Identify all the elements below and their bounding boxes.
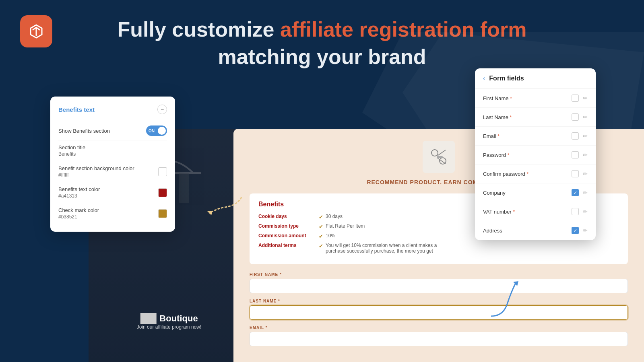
checkbox-company[interactable]: ✓ bbox=[572, 189, 579, 196]
required-star-email: * bbox=[497, 134, 500, 139]
required-star-confirm: * bbox=[526, 171, 528, 177]
edit-icon-password[interactable]: ✏ bbox=[583, 152, 588, 158]
field-row-password: Password * ✏ bbox=[475, 146, 596, 165]
edit-icon-confirm-password[interactable]: ✏ bbox=[583, 171, 588, 177]
field-controls-first: ✏ bbox=[572, 95, 588, 102]
text-color-row: Benefits text color #a41313 bbox=[58, 182, 167, 203]
field-name-email: Email * bbox=[483, 133, 500, 139]
svg-point-8 bbox=[431, 150, 438, 156]
form-logo-box bbox=[423, 141, 455, 173]
benefit-label-commission-amount: Commission amount bbox=[258, 233, 315, 239]
bg-color-swatch[interactable] bbox=[158, 167, 167, 176]
benefits-text-panel: Benefits text − Show Benefits section ON… bbox=[50, 97, 175, 232]
benefit-value-commission-type: Flat Rate Per Item bbox=[326, 223, 365, 229]
page-title: Fully customize affiliate registration f… bbox=[0, 16, 644, 70]
checkmark-color-swatch[interactable] bbox=[158, 209, 167, 218]
field-row-first-name: First Name * ✏ bbox=[475, 89, 596, 108]
checkmark-commission-type: ✔ bbox=[319, 224, 323, 230]
benefit-row-additional-terms: Additional terms ✔ You will get 10% comm… bbox=[258, 243, 619, 254]
last-name-input[interactable] bbox=[250, 305, 628, 320]
panel-header: Benefits text − bbox=[58, 105, 167, 114]
checkmark-color-value: #b38521 bbox=[58, 214, 99, 220]
toggle-thumb bbox=[158, 127, 166, 135]
field-controls-password: ✏ bbox=[572, 151, 588, 158]
edit-icon-last-name[interactable]: ✏ bbox=[583, 114, 588, 120]
checkbox-address[interactable]: ✓ bbox=[572, 227, 579, 234]
field-name-address: Address bbox=[483, 228, 502, 234]
show-benefits-row: Show Benefits section ON bbox=[58, 121, 167, 140]
curved-arrow-decoration bbox=[487, 280, 519, 322]
svg-marker-7 bbox=[207, 211, 213, 215]
bg-color-label: Benefit section background color bbox=[58, 165, 134, 171]
back-button[interactable]: ‹ bbox=[483, 75, 485, 82]
text-color-swatch[interactable] bbox=[158, 188, 167, 197]
svg-rect-6 bbox=[179, 173, 189, 203]
page-header: Fully customize affiliate registration f… bbox=[0, 0, 644, 70]
form-fields-panel: ‹ Form fields First Name * ✏ Last Name *… bbox=[475, 68, 596, 240]
benefit-label-additional-terms: Additional terms bbox=[258, 243, 315, 248]
field-row-last-name: Last Name * ✏ bbox=[475, 108, 596, 127]
field-name-last: Last Name * bbox=[483, 114, 512, 120]
boutique-label: Boutique Join our affiliate program now! bbox=[137, 313, 202, 330]
edit-icon-company[interactable]: ✏ bbox=[583, 189, 588, 196]
show-benefits-toggle[interactable]: ON bbox=[146, 125, 167, 136]
bg-color-value: #ffffff bbox=[58, 172, 134, 178]
required-star: * bbox=[510, 96, 512, 101]
boutique-name: Boutique bbox=[159, 313, 198, 324]
field-controls-address: ✓ ✏ bbox=[572, 227, 588, 234]
edit-icon-address[interactable]: ✏ bbox=[583, 227, 588, 234]
required-star-last: * bbox=[510, 115, 512, 120]
benefit-label-cookie: Cookie days bbox=[258, 214, 315, 219]
curved-arrow-svg bbox=[487, 280, 519, 320]
field-row-vat: VAT number * ✏ bbox=[475, 202, 596, 221]
first-name-label: FIRST NAME * bbox=[250, 272, 628, 277]
svg-rect-12 bbox=[437, 156, 443, 158]
bg-color-row: Benefit section background color #ffffff bbox=[58, 161, 167, 182]
checkbox-vat[interactable] bbox=[572, 208, 579, 215]
required-star-vat: * bbox=[513, 209, 515, 215]
field-name-vat: VAT number * bbox=[483, 209, 515, 215]
field-controls-last: ✏ bbox=[572, 113, 588, 121]
field-controls-company: ✓ ✏ bbox=[572, 189, 588, 196]
arrow-decoration bbox=[205, 193, 246, 219]
first-name-input[interactable] bbox=[250, 279, 628, 293]
scissors-icon bbox=[429, 147, 449, 167]
first-name-field-group: FIRST NAME * bbox=[250, 272, 628, 293]
section-title-value: Benefits bbox=[58, 151, 85, 157]
edit-icon-email[interactable]: ✏ bbox=[583, 133, 588, 139]
checkmark-additional-terms: ✔ bbox=[319, 243, 323, 249]
text-color-label: Benefits text color bbox=[58, 186, 100, 192]
checkbox-first-name[interactable] bbox=[572, 95, 579, 102]
checkmark-color-row: Check mark color #b38521 bbox=[58, 203, 167, 224]
minimize-button[interactable]: − bbox=[157, 105, 167, 114]
field-controls-vat: ✏ bbox=[572, 208, 588, 215]
checkbox-password[interactable] bbox=[572, 151, 579, 158]
svg-line-11 bbox=[438, 158, 446, 164]
section-title-label: Section title bbox=[58, 144, 85, 150]
boutique-subtitle: Join our affiliate program now! bbox=[137, 324, 202, 330]
checkbox-confirm-password[interactable] bbox=[572, 170, 579, 177]
arrow-svg bbox=[205, 193, 246, 217]
toggle-on-label: ON bbox=[149, 129, 155, 133]
last-name-field-group: LAST NAME * bbox=[250, 299, 628, 320]
benefit-value-additional-terms: You will get 10% commission when a clien… bbox=[326, 243, 446, 254]
checkbox-email[interactable] bbox=[572, 132, 579, 140]
email-field-group: EMAIL * bbox=[250, 325, 628, 346]
field-name-password: Password * bbox=[483, 152, 509, 158]
form-fields-title: Form fields bbox=[489, 75, 524, 82]
panel-title: Benefits text bbox=[58, 106, 95, 113]
email-input[interactable] bbox=[250, 332, 628, 346]
field-row-company: Company ✓ ✏ bbox=[475, 183, 596, 202]
checkmark-color-label: Check mark color bbox=[58, 207, 99, 213]
section-title-row: Section title Benefits bbox=[58, 140, 167, 161]
benefit-value-commission-amount: 10% bbox=[326, 233, 335, 239]
edit-icon-vat[interactable]: ✏ bbox=[583, 208, 588, 215]
edit-icon-first-name[interactable]: ✏ bbox=[583, 95, 588, 101]
text-color-value: #a41313 bbox=[58, 193, 100, 199]
last-name-label: LAST NAME * bbox=[250, 299, 628, 303]
benefit-value-cookie: 30 days bbox=[326, 214, 343, 219]
field-row-email: Email * ✏ bbox=[475, 127, 596, 146]
checkbox-last-name[interactable] bbox=[572, 113, 579, 121]
field-name-company: Company bbox=[483, 190, 506, 196]
field-row-address: Address ✓ ✏ bbox=[475, 221, 596, 240]
